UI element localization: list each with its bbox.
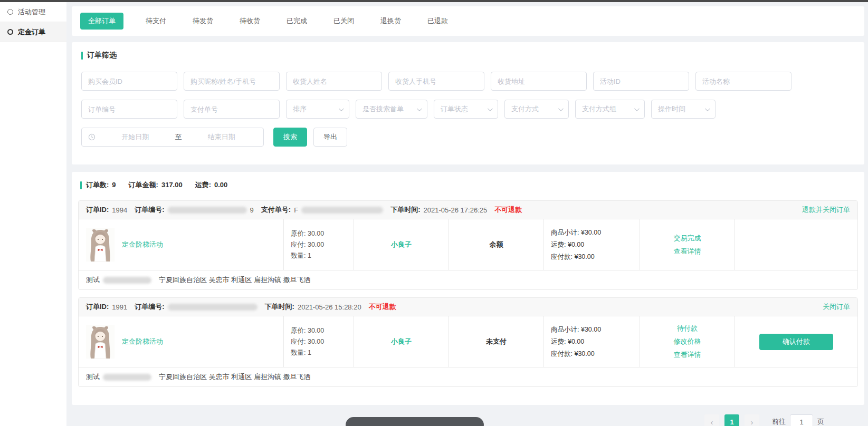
order-time-label: 下单时间:: [390, 205, 420, 215]
start-date-input[interactable]: 开始日期: [100, 132, 171, 142]
select-placeholder: 支付方式组: [582, 104, 616, 114]
filter-section-title: 订单筛选: [81, 51, 855, 60]
order-id-value: 1991: [112, 303, 127, 311]
sidebar-item-label: 活动管理: [18, 7, 45, 17]
tab-pending-payment[interactable]: 待支付: [141, 13, 170, 29]
chevron-down-icon: [417, 106, 422, 111]
consignee-name-input[interactable]: [286, 72, 382, 91]
chevron-down-icon: [488, 106, 493, 111]
price-detail-column: 原价: 30.00 应付: 30.00 数量: 1: [283, 316, 354, 367]
freight-stat: 运费:0.00: [195, 180, 228, 190]
tab-pending-receipt[interactable]: 待收货: [235, 13, 264, 29]
order-status-select[interactable]: 订单状态: [434, 100, 498, 119]
tab-completed[interactable]: 已完成: [282, 13, 311, 29]
payment-no-input[interactable]: [184, 100, 280, 119]
buyer-member-id-input[interactable]: [81, 72, 177, 91]
goto-label: 前往: [772, 417, 786, 426]
amount-payable: 应付款: ¥30.00: [551, 251, 595, 263]
sort-select[interactable]: 排序: [286, 100, 349, 119]
pending-payment-status: 待付款: [677, 324, 698, 333]
export-button[interactable]: 导出: [313, 128, 347, 147]
close-order-link[interactable]: 关闭订单: [823, 302, 850, 312]
order-no-label: 订单编号:: [135, 302, 164, 312]
shipping-address-input[interactable]: [491, 72, 587, 91]
payment-no-label: 支付单号:: [261, 205, 291, 215]
sidebar-item-activity-management[interactable]: 活动管理: [0, 2, 66, 22]
shipping-address: 宁夏回族自治区 吴忠市 利通区 扁担沟镇 撒旦飞洒: [159, 372, 310, 382]
freight-total: 运费: ¥0.00: [551, 239, 584, 251]
pagination-page-1-button[interactable]: 1: [724, 414, 739, 426]
totals-column: 商品小计: ¥30.00 运费: ¥0.00 应付款: ¥30.00: [543, 219, 640, 270]
buyer-nickname-input[interactable]: [184, 72, 280, 91]
shipping-address: 宁夏回族自治区 吴忠市 利通区 扁担沟镇 撒旦飞洒: [159, 275, 310, 285]
consignee-phone-input[interactable]: [388, 72, 484, 91]
main-content: 全部订单 待支付 待发货 待收货 已完成 已关闭 退换货 已退款 订单筛选: [66, 2, 868, 426]
product-name[interactable]: 定金阶梯活动: [122, 240, 163, 249]
original-price: 原价: 30.00: [291, 325, 324, 336]
pagination-next-button[interactable]: ›: [745, 414, 759, 426]
filter-title-text: 订单筛选: [87, 51, 117, 60]
refund-close-order-link[interactable]: 退款并关闭订单: [802, 205, 850, 215]
select-placeholder: 是否搜索首单: [363, 104, 404, 114]
order-id-label: 订单ID:: [86, 302, 109, 312]
select-placeholder: 排序: [293, 104, 307, 114]
consignee-name: 测试: [86, 372, 100, 382]
modify-price-link[interactable]: 修改价格: [674, 337, 701, 346]
end-date-input[interactable]: 结束日期: [186, 132, 257, 142]
sidebar-item-deposit-orders[interactable]: 定金订单: [0, 22, 66, 42]
operation-time-select[interactable]: 操作时间: [651, 100, 716, 119]
order-no-input[interactable]: [81, 100, 177, 119]
chevron-down-icon: [339, 106, 344, 111]
payment-no-head: F: [294, 206, 298, 214]
bottom-toast: [346, 417, 484, 426]
activity-id-input[interactable]: [593, 72, 689, 91]
goods-subtotal: 商品小计: ¥30.00: [551, 324, 601, 336]
select-placeholder: 支付方式: [511, 104, 539, 114]
order-header: 订单ID: 1991 订单编号: 下单时间: 2021-05-26 15:28:…: [79, 298, 857, 316]
quantity: 数量: 1: [291, 347, 311, 359]
product-name[interactable]: 定金阶梯活动: [122, 337, 163, 346]
first-order-select[interactable]: 是否搜索首单: [356, 100, 427, 119]
view-details-link[interactable]: 查看详情: [674, 247, 701, 256]
action-column: 确认付款: [735, 316, 857, 367]
order-amount-stat: 订单金额:317.00: [129, 180, 183, 190]
date-range-picker[interactable]: 开始日期 至 结束日期: [81, 128, 264, 147]
product-thumbnail: [86, 228, 115, 262]
radio-circle-icon: [7, 9, 13, 15]
order-time-value: 2021-05-26 17:26:25: [423, 206, 487, 214]
order-no-label: 订单编号:: [135, 205, 164, 215]
tab-closed[interactable]: 已关闭: [329, 13, 358, 29]
confirm-payment-button[interactable]: 确认付款: [759, 334, 833, 350]
view-details-link[interactable]: 查看详情: [674, 350, 701, 360]
status-column: 待付款 修改价格 查看详情: [640, 316, 735, 367]
section-accent-bar: [80, 181, 82, 189]
order-no-tail: 9: [250, 206, 254, 214]
status-column: 交易完成 查看详情: [640, 219, 735, 270]
tab-pending-shipment[interactable]: 待发货: [188, 13, 217, 29]
select-placeholder: 操作时间: [658, 104, 685, 114]
payable-price: 应付: 30.00: [291, 239, 324, 250]
order-footer: 测试 宁夏回族自治区 吴忠市 利通区 扁担沟镇 撒旦飞洒: [79, 367, 857, 386]
order-body: 定金阶梯活动 原价: 30.00 应付: 30.00 数量: 1 小良子 未支付…: [79, 316, 857, 367]
tab-return-exchange[interactable]: 退换货: [376, 13, 405, 29]
payment-method-select[interactable]: 支付方式: [504, 100, 569, 119]
tab-refunded[interactable]: 已退款: [423, 13, 452, 29]
order-id-value: 1994: [112, 206, 127, 214]
order-status-tabs: 全部订单 待支付 待发货 待收货 已完成 已关闭 退换货 已退款: [72, 6, 864, 36]
product-column: 定金阶梯活动: [79, 219, 283, 270]
order-body: 定金阶梯活动 原价: 30.00 应付: 30.00 数量: 1 小良子 余额 …: [79, 219, 857, 270]
payment-method-group-select[interactable]: 支付方式组: [575, 100, 645, 119]
section-accent-bar: [81, 52, 83, 60]
goto-page-input[interactable]: [790, 414, 813, 426]
sidebar-item-label: 定金订单: [18, 27, 45, 37]
search-button[interactable]: 搜索: [273, 128, 307, 147]
consignee-name: 测试: [86, 275, 100, 285]
pagination-prev-button[interactable]: ‹: [704, 414, 719, 426]
buyer-name: 小良子: [354, 219, 449, 270]
tab-all-orders[interactable]: 全部订单: [80, 13, 123, 30]
freight-total: 运费: ¥0.00: [551, 336, 584, 348]
order-card: 订单ID: 1994 订单编号: 9 支付单号: F 下单时间: 2021-05…: [78, 200, 858, 290]
product-thumbnail: [86, 325, 115, 359]
activity-name-input[interactable]: [695, 72, 791, 91]
clock-icon: [88, 133, 96, 141]
